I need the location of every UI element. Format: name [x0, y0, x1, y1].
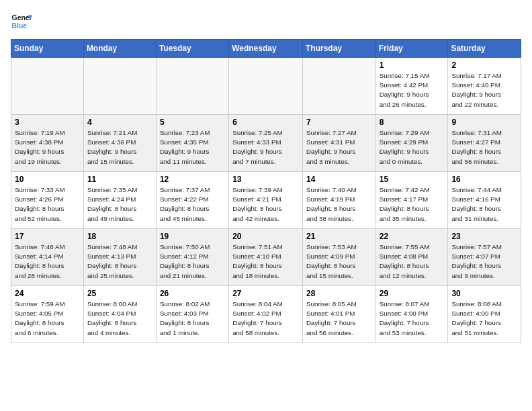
day-info: Sunrise: 7:27 AM Sunset: 4:31 PM Dayligh…	[306, 128, 372, 167]
day-info: Sunrise: 7:53 AM Sunset: 4:09 PM Dayligh…	[306, 242, 372, 281]
day-info: Sunrise: 7:33 AM Sunset: 4:26 PM Dayligh…	[15, 185, 80, 224]
day-info: Sunrise: 7:17 AM Sunset: 4:40 PM Dayligh…	[451, 71, 517, 109]
calendar-cell: 7Sunrise: 7:27 AM Sunset: 4:31 PM Daylig…	[303, 115, 376, 172]
day-number: 11	[87, 175, 152, 184]
day-info: Sunrise: 7:50 AM Sunset: 4:12 PM Dayligh…	[160, 242, 225, 281]
calendar-cell: 19Sunrise: 7:50 AM Sunset: 4:12 PM Dayli…	[156, 229, 228, 286]
day-number: 5	[160, 118, 225, 127]
day-info: Sunrise: 7:57 AM Sunset: 4:07 PM Dayligh…	[451, 242, 517, 281]
day-info: Sunrise: 7:42 AM Sunset: 4:17 PM Dayligh…	[380, 185, 445, 224]
day-number: 7	[306, 118, 372, 127]
calendar-cell	[156, 58, 228, 115]
calendar-cell: 27Sunrise: 8:04 AM Sunset: 4:02 PM Dayli…	[229, 286, 303, 343]
day-number: 19	[160, 232, 225, 241]
calendar-cell: 17Sunrise: 7:46 AM Sunset: 4:14 PM Dayli…	[11, 229, 84, 286]
day-number: 23	[451, 232, 517, 241]
calendar-cell: 8Sunrise: 7:29 AM Sunset: 4:29 PM Daylig…	[375, 115, 448, 172]
calendar-cell: 3Sunrise: 7:19 AM Sunset: 4:38 PM Daylig…	[11, 115, 84, 172]
logo: General Blue	[11, 11, 32, 32]
day-info: Sunrise: 7:35 AM Sunset: 4:24 PM Dayligh…	[87, 185, 152, 224]
week-row-2: 3Sunrise: 7:19 AM Sunset: 4:38 PM Daylig…	[11, 115, 521, 172]
day-number: 2	[451, 60, 517, 70]
day-info: Sunrise: 8:07 AM Sunset: 4:00 PM Dayligh…	[380, 300, 445, 338]
calendar-table: SundayMondayTuesdayWednesdayThursdayFrid…	[11, 39, 521, 343]
calendar-cell: 11Sunrise: 7:35 AM Sunset: 4:24 PM Dayli…	[83, 172, 156, 229]
calendar-cell	[11, 58, 84, 115]
day-info: Sunrise: 7:31 AM Sunset: 4:27 PM Dayligh…	[451, 128, 517, 167]
calendar-cell	[83, 58, 156, 115]
day-info: Sunrise: 7:59 AM Sunset: 4:05 PM Dayligh…	[15, 300, 80, 338]
calendar-cell: 26Sunrise: 8:02 AM Sunset: 4:03 PM Dayli…	[156, 286, 228, 343]
calendar-cell: 1Sunrise: 7:15 AM Sunset: 4:42 PM Daylig…	[375, 58, 448, 115]
day-number: 13	[232, 175, 299, 184]
day-number: 25	[87, 289, 152, 298]
calendar-cell: 21Sunrise: 7:53 AM Sunset: 4:09 PM Dayli…	[303, 229, 376, 286]
day-info: Sunrise: 8:00 AM Sunset: 4:04 PM Dayligh…	[87, 300, 152, 338]
calendar-cell: 23Sunrise: 7:57 AM Sunset: 4:07 PM Dayli…	[448, 229, 521, 286]
day-number: 27	[232, 289, 299, 298]
day-info: Sunrise: 7:51 AM Sunset: 4:10 PM Dayligh…	[232, 242, 299, 281]
svg-text:Blue: Blue	[12, 22, 28, 30]
week-row-3: 10Sunrise: 7:33 AM Sunset: 4:26 PM Dayli…	[11, 172, 521, 229]
calendar-cell: 5Sunrise: 7:23 AM Sunset: 4:35 PM Daylig…	[156, 115, 228, 172]
calendar-cell: 29Sunrise: 8:07 AM Sunset: 4:00 PM Dayli…	[375, 286, 448, 343]
day-number: 12	[160, 175, 225, 184]
day-number: 22	[380, 232, 445, 241]
day-info: Sunrise: 7:29 AM Sunset: 4:29 PM Dayligh…	[380, 128, 445, 167]
day-info: Sunrise: 7:44 AM Sunset: 4:16 PM Dayligh…	[451, 185, 517, 224]
calendar-cell	[229, 58, 303, 115]
weekday-header-tuesday: Tuesday	[156, 40, 228, 58]
day-number: 16	[451, 175, 517, 184]
week-row-5: 24Sunrise: 7:59 AM Sunset: 4:05 PM Dayli…	[11, 286, 521, 343]
logo-icon: General Blue	[11, 11, 32, 32]
day-info: Sunrise: 8:08 AM Sunset: 4:00 PM Dayligh…	[451, 300, 517, 338]
calendar-cell: 6Sunrise: 7:25 AM Sunset: 4:33 PM Daylig…	[229, 115, 303, 172]
day-info: Sunrise: 7:15 AM Sunset: 4:42 PM Dayligh…	[380, 71, 445, 109]
day-number: 10	[15, 175, 80, 184]
day-info: Sunrise: 7:39 AM Sunset: 4:21 PM Dayligh…	[232, 185, 299, 224]
calendar-cell: 13Sunrise: 7:39 AM Sunset: 4:21 PM Dayli…	[229, 172, 303, 229]
day-info: Sunrise: 7:48 AM Sunset: 4:13 PM Dayligh…	[87, 242, 152, 281]
calendar-cell: 15Sunrise: 7:42 AM Sunset: 4:17 PM Dayli…	[375, 172, 448, 229]
weekday-header-wednesday: Wednesday	[229, 40, 303, 58]
calendar-cell: 9Sunrise: 7:31 AM Sunset: 4:27 PM Daylig…	[448, 115, 521, 172]
day-info: Sunrise: 8:02 AM Sunset: 4:03 PM Dayligh…	[160, 300, 225, 338]
calendar-cell: 25Sunrise: 8:00 AM Sunset: 4:04 PM Dayli…	[83, 286, 156, 343]
day-number: 26	[160, 289, 225, 298]
day-number: 28	[306, 289, 372, 298]
calendar-cell: 14Sunrise: 7:40 AM Sunset: 4:19 PM Dayli…	[303, 172, 376, 229]
calendar-cell: 4Sunrise: 7:21 AM Sunset: 4:36 PM Daylig…	[83, 115, 156, 172]
calendar-cell: 12Sunrise: 7:37 AM Sunset: 4:22 PM Dayli…	[156, 172, 228, 229]
calendar-cell: 22Sunrise: 7:55 AM Sunset: 4:08 PM Dayli…	[375, 229, 448, 286]
day-number: 3	[15, 118, 80, 127]
day-number: 6	[232, 118, 299, 127]
day-number: 17	[15, 232, 80, 241]
calendar-cell: 30Sunrise: 8:08 AM Sunset: 4:00 PM Dayli…	[448, 286, 521, 343]
day-info: Sunrise: 7:46 AM Sunset: 4:14 PM Dayligh…	[15, 242, 80, 281]
calendar-cell: 28Sunrise: 8:05 AM Sunset: 4:01 PM Dayli…	[303, 286, 376, 343]
day-number: 14	[306, 175, 372, 184]
day-number: 30	[451, 289, 517, 298]
day-number: 29	[380, 289, 445, 298]
calendar-cell: 24Sunrise: 7:59 AM Sunset: 4:05 PM Dayli…	[11, 286, 84, 343]
day-number: 1	[380, 60, 445, 70]
weekday-header-saturday: Saturday	[448, 40, 521, 58]
weekday-header-row: SundayMondayTuesdayWednesdayThursdayFrid…	[11, 40, 521, 58]
weekday-header-thursday: Thursday	[303, 40, 376, 58]
day-info: Sunrise: 8:05 AM Sunset: 4:01 PM Dayligh…	[306, 300, 372, 338]
day-number: 15	[380, 175, 445, 184]
day-info: Sunrise: 7:21 AM Sunset: 4:36 PM Dayligh…	[87, 128, 152, 167]
day-number: 4	[87, 118, 152, 127]
calendar-cell	[303, 58, 376, 115]
page-header: General Blue	[11, 11, 521, 32]
calendar-cell: 20Sunrise: 7:51 AM Sunset: 4:10 PM Dayli…	[229, 229, 303, 286]
calendar-cell: 10Sunrise: 7:33 AM Sunset: 4:26 PM Dayli…	[11, 172, 84, 229]
day-number: 8	[380, 118, 445, 127]
week-row-4: 17Sunrise: 7:46 AM Sunset: 4:14 PM Dayli…	[11, 229, 521, 286]
weekday-header-sunday: Sunday	[11, 40, 84, 58]
day-info: Sunrise: 7:19 AM Sunset: 4:38 PM Dayligh…	[15, 128, 80, 167]
day-number: 9	[451, 118, 517, 127]
day-number: 20	[232, 232, 299, 241]
day-info: Sunrise: 8:04 AM Sunset: 4:02 PM Dayligh…	[232, 300, 299, 338]
day-info: Sunrise: 7:37 AM Sunset: 4:22 PM Dayligh…	[160, 185, 225, 224]
